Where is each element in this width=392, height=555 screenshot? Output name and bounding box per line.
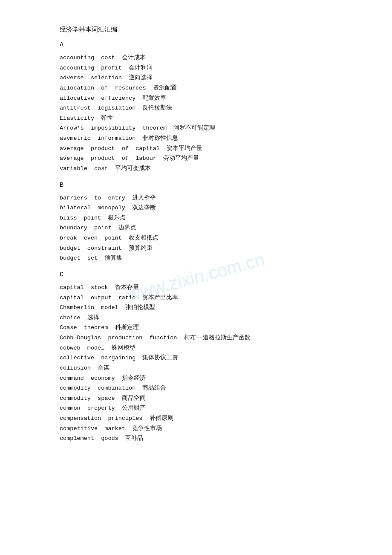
entry-line: allocation of resources 资源配置: [60, 83, 332, 93]
entry-line: boundary point 边界点: [60, 223, 332, 233]
section-letter-b: B: [60, 182, 332, 189]
entry-line: complement goods 互补品: [60, 434, 332, 444]
entry-line: commodity combination 商品组合: [60, 383, 332, 393]
entry-line: choice 选择: [60, 313, 332, 323]
entry-line: barriers to entry 进入壁垒: [60, 193, 332, 203]
entry-line: Arrow's impossibility theorem 阿罗不可能定理: [60, 123, 332, 133]
entry-line: cobweb model 蛛网模型: [60, 343, 332, 353]
entry-line: collusion 合谋: [60, 363, 332, 373]
entry-line: budget set 预算集: [60, 253, 332, 263]
entry-line: accounting cost 会计成本: [60, 53, 332, 63]
entry-line: compensation principles 补偿原则: [60, 413, 332, 424]
content-area: Aaccounting cost 会计成本accounting profit 会…: [60, 41, 332, 444]
entry-line: Cobb-Douglas production function 柯布--道格拉…: [60, 333, 332, 343]
entry-line: break even point 收支相抵点: [60, 233, 332, 243]
entry-line: collective bargaining 集体协议工资: [60, 353, 332, 363]
entry-line: capital output ratio 资本产出比率: [60, 293, 332, 303]
entry-line: commodity space 商品空间: [60, 393, 332, 404]
entry-line: competitive market 竞争性市场: [60, 424, 332, 434]
entry-line: command economy 指令经济: [60, 373, 332, 384]
entry-line: allocative efficiency 配置效率: [60, 93, 332, 104]
entry-line: bliss point 极乐点: [60, 213, 332, 223]
entry-line: budget constraint 预算约束: [60, 243, 332, 254]
page-title: 经济学基本词汇汇编: [60, 26, 332, 34]
entry-line: average product of capital 资本平均产量: [60, 144, 332, 154]
entry-line: accounting profit 会计利润: [60, 63, 332, 73]
entry-line: adverse selection 逆向选择: [60, 73, 332, 83]
entry-line: bilateral monopoly 双边垄断: [60, 203, 332, 213]
entry-line: common property 公用财产: [60, 403, 332, 413]
entry-line: asymetric information 非对称性信息: [60, 133, 332, 144]
entry-line: Coase theorem 科斯定理: [60, 323, 332, 333]
entry-line: capital stock 资本存量: [60, 283, 332, 293]
entry-line: Elasticity 弹性: [60, 113, 332, 124]
entry-line: Chamberlin model 张伯伦模型: [60, 303, 332, 313]
section-letter-c: C: [60, 271, 332, 278]
section-letter-a: A: [60, 41, 332, 49]
entry-line: antitrust legislation 反托拉斯法: [60, 103, 332, 113]
entry-line: average product of labour 劳动平均产量: [60, 153, 332, 164]
entry-line: variable cost 平均可变成本: [60, 164, 332, 174]
